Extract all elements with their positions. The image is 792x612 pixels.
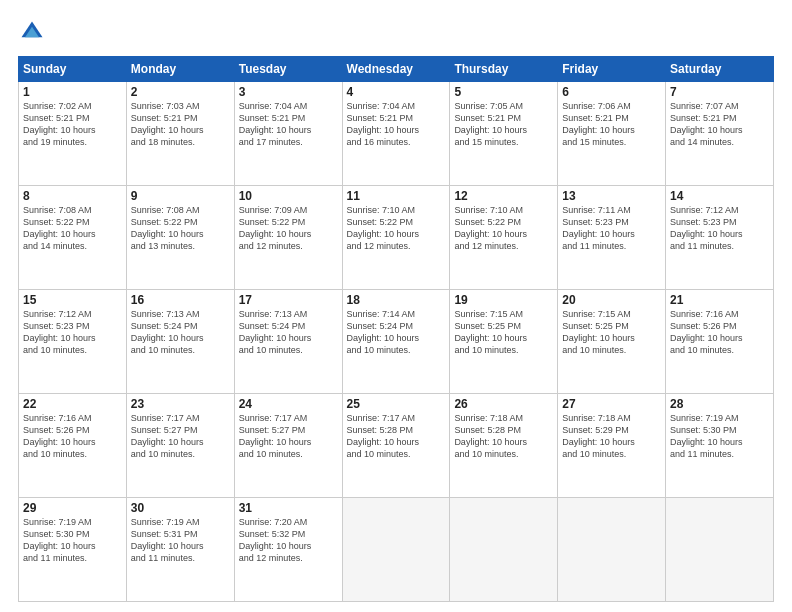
calendar-header-row: SundayMondayTuesdayWednesdayThursdayFrid…: [19, 57, 774, 82]
day-number: 17: [239, 293, 338, 307]
calendar-cell: 27Sunrise: 7:18 AM Sunset: 5:29 PM Dayli…: [558, 394, 666, 498]
day-info: Sunrise: 7:08 AM Sunset: 5:22 PM Dayligh…: [23, 204, 122, 253]
day-info: Sunrise: 7:04 AM Sunset: 5:21 PM Dayligh…: [239, 100, 338, 149]
calendar-cell: 19Sunrise: 7:15 AM Sunset: 5:25 PM Dayli…: [450, 290, 558, 394]
calendar-cell: 30Sunrise: 7:19 AM Sunset: 5:31 PM Dayli…: [126, 498, 234, 602]
calendar-cell: 11Sunrise: 7:10 AM Sunset: 5:22 PM Dayli…: [342, 186, 450, 290]
calendar-cell: 5Sunrise: 7:05 AM Sunset: 5:21 PM Daylig…: [450, 82, 558, 186]
calendar-cell: [450, 498, 558, 602]
day-info: Sunrise: 7:11 AM Sunset: 5:23 PM Dayligh…: [562, 204, 661, 253]
day-number: 12: [454, 189, 553, 203]
calendar-table: SundayMondayTuesdayWednesdayThursdayFrid…: [18, 56, 774, 602]
day-info: Sunrise: 7:17 AM Sunset: 5:27 PM Dayligh…: [239, 412, 338, 461]
calendar-cell: 28Sunrise: 7:19 AM Sunset: 5:30 PM Dayli…: [666, 394, 774, 498]
day-info: Sunrise: 7:13 AM Sunset: 5:24 PM Dayligh…: [239, 308, 338, 357]
calendar-week-1: 1Sunrise: 7:02 AM Sunset: 5:21 PM Daylig…: [19, 82, 774, 186]
day-number: 2: [131, 85, 230, 99]
page: SundayMondayTuesdayWednesdayThursdayFrid…: [0, 0, 792, 612]
calendar-cell: [666, 498, 774, 602]
day-number: 6: [562, 85, 661, 99]
day-number: 15: [23, 293, 122, 307]
col-header-tuesday: Tuesday: [234, 57, 342, 82]
calendar-cell: 22Sunrise: 7:16 AM Sunset: 5:26 PM Dayli…: [19, 394, 127, 498]
day-info: Sunrise: 7:09 AM Sunset: 5:22 PM Dayligh…: [239, 204, 338, 253]
day-info: Sunrise: 7:18 AM Sunset: 5:29 PM Dayligh…: [562, 412, 661, 461]
day-number: 5: [454, 85, 553, 99]
logo: [18, 18, 50, 46]
day-info: Sunrise: 7:10 AM Sunset: 5:22 PM Dayligh…: [454, 204, 553, 253]
day-info: Sunrise: 7:17 AM Sunset: 5:27 PM Dayligh…: [131, 412, 230, 461]
day-number: 21: [670, 293, 769, 307]
day-number: 19: [454, 293, 553, 307]
calendar-cell: 18Sunrise: 7:14 AM Sunset: 5:24 PM Dayli…: [342, 290, 450, 394]
day-info: Sunrise: 7:12 AM Sunset: 5:23 PM Dayligh…: [23, 308, 122, 357]
calendar-cell: 9Sunrise: 7:08 AM Sunset: 5:22 PM Daylig…: [126, 186, 234, 290]
calendar-cell: 16Sunrise: 7:13 AM Sunset: 5:24 PM Dayli…: [126, 290, 234, 394]
day-number: 18: [347, 293, 446, 307]
day-number: 14: [670, 189, 769, 203]
col-header-saturday: Saturday: [666, 57, 774, 82]
calendar-cell: 20Sunrise: 7:15 AM Sunset: 5:25 PM Dayli…: [558, 290, 666, 394]
day-number: 30: [131, 501, 230, 515]
calendar-week-2: 8Sunrise: 7:08 AM Sunset: 5:22 PM Daylig…: [19, 186, 774, 290]
calendar-cell: 1Sunrise: 7:02 AM Sunset: 5:21 PM Daylig…: [19, 82, 127, 186]
col-header-monday: Monday: [126, 57, 234, 82]
day-info: Sunrise: 7:06 AM Sunset: 5:21 PM Dayligh…: [562, 100, 661, 149]
col-header-wednesday: Wednesday: [342, 57, 450, 82]
calendar-cell: 24Sunrise: 7:17 AM Sunset: 5:27 PM Dayli…: [234, 394, 342, 498]
day-number: 29: [23, 501, 122, 515]
day-number: 27: [562, 397, 661, 411]
day-info: Sunrise: 7:15 AM Sunset: 5:25 PM Dayligh…: [454, 308, 553, 357]
day-number: 13: [562, 189, 661, 203]
day-number: 26: [454, 397, 553, 411]
day-number: 3: [239, 85, 338, 99]
day-info: Sunrise: 7:19 AM Sunset: 5:30 PM Dayligh…: [670, 412, 769, 461]
day-number: 10: [239, 189, 338, 203]
day-info: Sunrise: 7:04 AM Sunset: 5:21 PM Dayligh…: [347, 100, 446, 149]
day-info: Sunrise: 7:20 AM Sunset: 5:32 PM Dayligh…: [239, 516, 338, 565]
day-number: 22: [23, 397, 122, 411]
day-number: 24: [239, 397, 338, 411]
day-number: 28: [670, 397, 769, 411]
day-number: 11: [347, 189, 446, 203]
calendar-cell: 7Sunrise: 7:07 AM Sunset: 5:21 PM Daylig…: [666, 82, 774, 186]
calendar-cell: 23Sunrise: 7:17 AM Sunset: 5:27 PM Dayli…: [126, 394, 234, 498]
calendar-cell: 26Sunrise: 7:18 AM Sunset: 5:28 PM Dayli…: [450, 394, 558, 498]
col-header-thursday: Thursday: [450, 57, 558, 82]
calendar-cell: 15Sunrise: 7:12 AM Sunset: 5:23 PM Dayli…: [19, 290, 127, 394]
calendar-cell: 31Sunrise: 7:20 AM Sunset: 5:32 PM Dayli…: [234, 498, 342, 602]
day-info: Sunrise: 7:12 AM Sunset: 5:23 PM Dayligh…: [670, 204, 769, 253]
day-info: Sunrise: 7:19 AM Sunset: 5:31 PM Dayligh…: [131, 516, 230, 565]
day-info: Sunrise: 7:14 AM Sunset: 5:24 PM Dayligh…: [347, 308, 446, 357]
calendar-cell: 14Sunrise: 7:12 AM Sunset: 5:23 PM Dayli…: [666, 186, 774, 290]
calendar-cell: 2Sunrise: 7:03 AM Sunset: 5:21 PM Daylig…: [126, 82, 234, 186]
day-number: 20: [562, 293, 661, 307]
day-info: Sunrise: 7:08 AM Sunset: 5:22 PM Dayligh…: [131, 204, 230, 253]
day-number: 31: [239, 501, 338, 515]
day-info: Sunrise: 7:15 AM Sunset: 5:25 PM Dayligh…: [562, 308, 661, 357]
calendar-cell: 25Sunrise: 7:17 AM Sunset: 5:28 PM Dayli…: [342, 394, 450, 498]
calendar-cell: 10Sunrise: 7:09 AM Sunset: 5:22 PM Dayli…: [234, 186, 342, 290]
day-info: Sunrise: 7:19 AM Sunset: 5:30 PM Dayligh…: [23, 516, 122, 565]
day-info: Sunrise: 7:16 AM Sunset: 5:26 PM Dayligh…: [670, 308, 769, 357]
calendar-cell: 8Sunrise: 7:08 AM Sunset: 5:22 PM Daylig…: [19, 186, 127, 290]
calendar-cell: 17Sunrise: 7:13 AM Sunset: 5:24 PM Dayli…: [234, 290, 342, 394]
day-number: 25: [347, 397, 446, 411]
calendar-cell: 4Sunrise: 7:04 AM Sunset: 5:21 PM Daylig…: [342, 82, 450, 186]
calendar-cell: 12Sunrise: 7:10 AM Sunset: 5:22 PM Dayli…: [450, 186, 558, 290]
calendar-week-4: 22Sunrise: 7:16 AM Sunset: 5:26 PM Dayli…: [19, 394, 774, 498]
day-number: 8: [23, 189, 122, 203]
col-header-sunday: Sunday: [19, 57, 127, 82]
day-number: 23: [131, 397, 230, 411]
calendar-cell: 29Sunrise: 7:19 AM Sunset: 5:30 PM Dayli…: [19, 498, 127, 602]
day-number: 9: [131, 189, 230, 203]
calendar-cell: 6Sunrise: 7:06 AM Sunset: 5:21 PM Daylig…: [558, 82, 666, 186]
calendar-cell: [558, 498, 666, 602]
day-number: 16: [131, 293, 230, 307]
calendar-cell: [342, 498, 450, 602]
calendar-cell: 3Sunrise: 7:04 AM Sunset: 5:21 PM Daylig…: [234, 82, 342, 186]
day-info: Sunrise: 7:07 AM Sunset: 5:21 PM Dayligh…: [670, 100, 769, 149]
day-info: Sunrise: 7:02 AM Sunset: 5:21 PM Dayligh…: [23, 100, 122, 149]
logo-icon: [18, 18, 46, 46]
day-number: 7: [670, 85, 769, 99]
